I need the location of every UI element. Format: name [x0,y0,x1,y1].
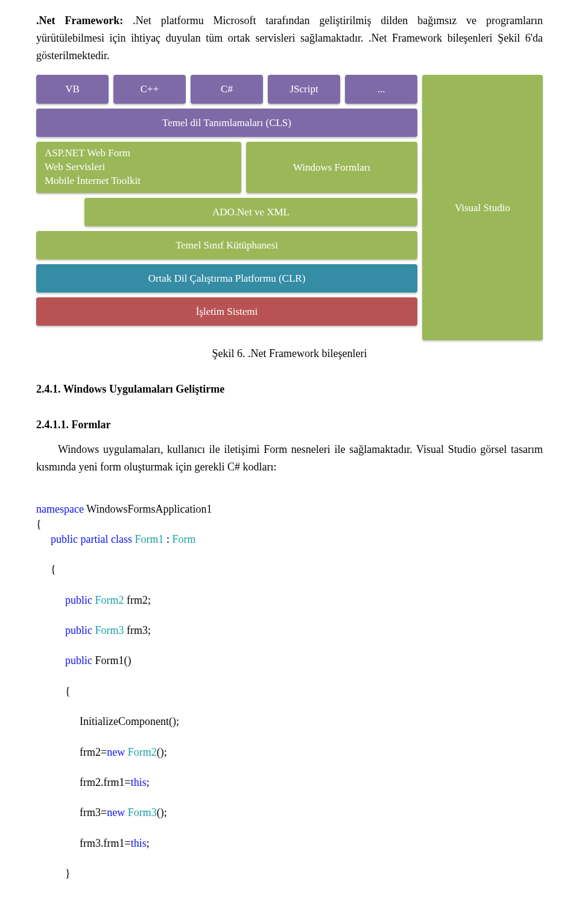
bcl-box: Temel Sınıf Kütüphanesi [36,231,417,259]
code-line-13: frm3.frm1=this; [36,836,543,851]
winforms-box: Windows Formları [246,142,417,193]
code-line-2: { [36,518,42,530]
cls-box: Temel dil Tanımlamaları (CLS) [36,109,417,137]
lang-cpp: C++ [113,75,186,103]
code-line-8: { [36,684,543,699]
lang-more: ... [345,75,417,103]
intro-label: .Net Framework: [36,14,123,27]
code-line-11: frm2.frm1=this; [36,775,543,790]
code-line-12: frm3=new Form3(); [36,805,543,820]
lang-csharp: C# [191,75,263,103]
code-line-5: public Form2 frm2; [36,593,543,608]
ado-box: ADO.Net ve XML [84,198,417,226]
diagram-right-column: Visual Studio [422,75,543,340]
heading-2411: 2.4.1.1. Formlar [36,416,543,434]
code-line-1: namespace WindowsFormsApplication1 [36,503,212,515]
code-line-14: } [36,866,543,881]
languages-row: VB C++ C# JScript ... [36,75,417,103]
asp-line-3: Mobile İnternet Toolkit [45,174,141,188]
lang-vb: VB [36,75,109,103]
code-line-6: public Form3 frm3; [36,623,543,638]
code-block: namespace WindowsFormsApplication1 { pub… [36,486,543,896]
code-line-7: public Form1() [36,653,543,668]
intro-paragraph: .Net Framework: .Net platformu Microsoft… [36,12,543,64]
net-framework-diagram: VB C++ C# JScript ... Temel dil Tanımlam… [36,75,543,340]
asp-text: ASP.NET Web Form Web Servisleri Mobile İ… [45,147,141,188]
asp-box: ASP.NET Web Form Web Servisleri Mobile İ… [36,142,241,193]
code-line-9: InitializeComponent(); [36,714,543,729]
code-line-4: { [36,562,543,577]
clr-box: Ortak Dil Çalıştırma Platformu (CLR) [36,264,417,293]
page-number: 8 [36,920,543,924]
visual-studio-box: Visual Studio [422,75,543,340]
asp-line-2: Web Servisleri [45,160,141,174]
lang-jscript: JScript [268,75,340,103]
diagram-left-column: VB C++ C# JScript ... Temel dil Tanımlam… [36,75,417,340]
heading-241: 2.4.1. Windows Uygulamaları Geliştirme [36,381,543,398]
asp-winforms-row: ASP.NET Web Form Web Servisleri Mobile İ… [36,142,417,193]
code-line-10: frm2=new Form2(); [36,745,543,760]
asp-line-1: ASP.NET Web Form [45,147,141,160]
diagram-caption: Şekil 6. .Net Framework bileşenleri [36,345,543,362]
code-line-3: public partial class Form1 : Form [36,532,543,547]
os-box: İşletim Sistemi [36,297,417,326]
forms-paragraph: Windows uygulamaları, kullanıcı ile ilet… [36,441,543,476]
